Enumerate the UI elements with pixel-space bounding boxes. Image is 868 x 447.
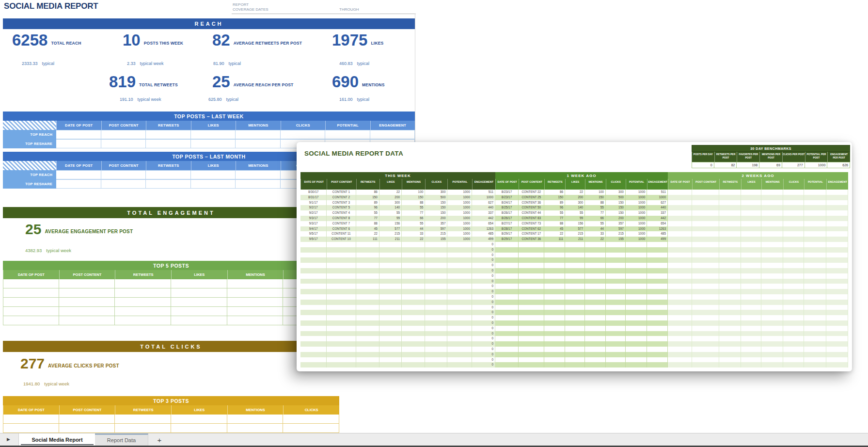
cell[interactable] [356,257,379,263]
cell[interactable] [585,320,606,326]
cell[interactable] [719,231,741,237]
cell[interactable]: 1000 [647,195,668,200]
cell[interactable] [826,300,848,305]
cell[interactable]: 140 [379,205,402,210]
cell[interactable] [826,357,848,363]
cell[interactable] [300,357,327,363]
cell[interactable] [495,263,519,268]
cell[interactable] [447,263,472,268]
cell[interactable] [447,242,472,247]
cell[interactable] [826,352,848,357]
cell[interactable] [327,315,356,320]
empty-cell[interactable] [59,298,115,307]
cell[interactable] [447,305,472,310]
cell[interactable] [495,305,519,310]
cell[interactable]: 55 [585,221,606,226]
cell[interactable]: 485 [472,231,495,237]
cell[interactable] [300,247,327,253]
cell[interactable] [761,257,783,263]
cell[interactable] [544,247,565,253]
cell[interactable] [495,279,519,284]
cell[interactable] [647,242,668,247]
cell[interactable] [647,341,668,347]
cell[interactable] [544,300,565,305]
cell[interactable] [495,331,519,336]
cell[interactable] [692,257,719,263]
cell[interactable] [425,273,447,279]
cell[interactable]: 0 [472,279,495,284]
cell[interactable] [379,247,402,253]
cell[interactable]: 88 [585,200,606,206]
cell[interactable] [826,242,848,247]
cell[interactable]: 99 [565,216,585,221]
cell[interactable] [379,268,402,273]
cell[interactable] [356,310,379,315]
cell[interactable] [826,205,848,210]
cell[interactable] [565,341,585,347]
cell[interactable] [761,352,783,357]
cell[interactable] [585,247,606,253]
empty-cell[interactable] [227,415,284,424]
cell[interactable] [327,326,356,331]
cell[interactable] [668,352,692,357]
cell[interactable] [327,310,356,315]
cell[interactable] [519,253,544,258]
cell[interactable] [425,247,447,253]
cell[interactable] [826,221,848,226]
cell[interactable] [402,310,425,315]
cell[interactable] [719,326,741,331]
empty-cell[interactable] [236,130,281,139]
cell[interactable] [425,289,447,294]
cell[interactable]: 0 [472,284,495,289]
cell[interactable]: 1000 [626,205,647,210]
cell[interactable]: 511 [647,190,668,195]
cell[interactable] [402,331,425,336]
cell[interactable] [606,253,626,258]
cell[interactable] [425,347,447,352]
cell[interactable] [519,305,544,310]
cell[interactable] [719,347,741,352]
cell[interactable] [761,284,783,289]
cell[interactable] [804,310,827,315]
cell[interactable] [826,305,848,310]
cell[interactable]: 156 [379,221,402,226]
cell[interactable] [761,247,783,253]
cell[interactable] [519,315,544,320]
benchmark-value-cell[interactable]: 82 [714,162,737,168]
cell[interactable]: 155 [606,237,626,242]
cell[interactable] [692,315,719,320]
cell[interactable] [761,263,783,268]
cell[interactable] [356,294,379,300]
cell[interactable]: 215 [606,231,626,237]
cell[interactable] [783,242,804,247]
empty-cell[interactable] [370,130,415,139]
add-sheet-button[interactable]: + [154,434,165,445]
cell[interactable] [425,326,447,331]
cell[interactable] [606,331,626,336]
cell[interactable] [826,268,848,273]
cell[interactable]: 440 [647,205,668,210]
cell[interactable] [356,357,379,363]
cell[interactable] [327,320,356,326]
cell[interactable] [826,237,848,242]
empty-cell[interactable] [3,298,59,307]
cell[interactable]: 77 [544,216,565,221]
cell[interactable] [379,273,402,279]
cell[interactable] [379,242,402,247]
cell[interactable] [300,253,327,258]
cell[interactable] [300,320,327,326]
cell[interactable] [826,257,848,263]
cell[interactable] [300,347,327,352]
cell[interactable] [626,242,647,247]
cell[interactable] [668,268,692,273]
cell[interactable] [761,294,783,300]
cell[interactable] [783,253,804,258]
cell[interactable]: 150 [606,200,626,206]
cell[interactable]: CONTENT 10 [327,237,356,242]
benchmark-value-cell[interactable]: 277 [782,162,805,168]
cell[interactable] [741,247,762,253]
cell[interactable] [327,279,356,284]
cell[interactable] [544,347,565,352]
cell[interactable] [783,352,804,357]
cell[interactable]: 0 [472,357,495,363]
